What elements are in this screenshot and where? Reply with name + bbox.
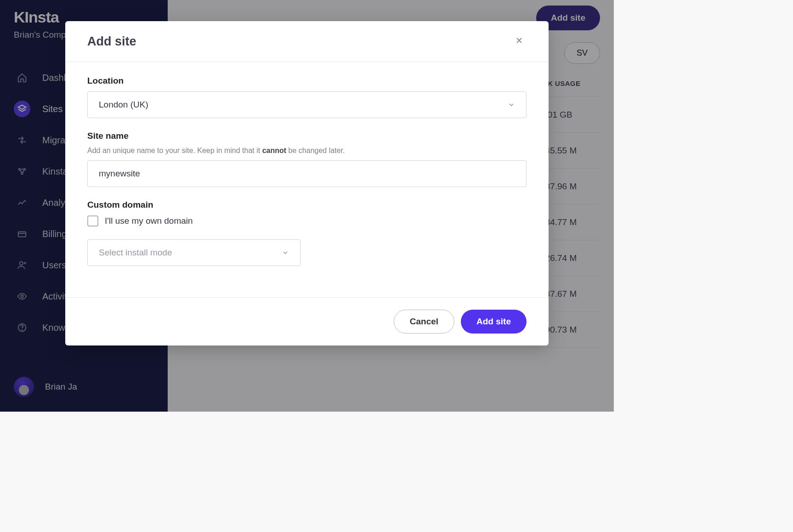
modal-header: Add site (65, 21, 549, 62)
site-name-field: Site name Add an unique name to your sit… (87, 131, 527, 187)
site-name-input[interactable] (87, 160, 527, 187)
location-select[interactable]: London (UK) (87, 91, 527, 118)
own-domain-checkbox-label: I'll use my own domain (105, 216, 193, 226)
install-mode-placeholder: Select install mode (99, 248, 172, 258)
modal-title: Add site (87, 34, 136, 49)
install-mode-field: Select install mode (87, 239, 527, 266)
custom-domain-label: Custom domain (87, 200, 527, 210)
chevron-down-icon (282, 249, 289, 256)
install-mode-select[interactable]: Select install mode (87, 239, 300, 266)
close-button[interactable] (512, 34, 527, 49)
close-icon (515, 36, 524, 45)
location-selected-value: London (UK) (99, 100, 148, 110)
cancel-button[interactable]: Cancel (394, 310, 454, 334)
modal-overlay: Add site Location London (UK) Site name … (0, 0, 614, 412)
location-label: Location (87, 76, 527, 86)
modal-body: Location London (UK) Site name Add an un… (65, 62, 549, 297)
submit-add-site-button[interactable]: Add site (461, 310, 527, 334)
site-name-label: Site name (87, 131, 527, 141)
own-domain-checkbox[interactable] (87, 215, 98, 226)
custom-domain-field: Custom domain I'll use my own domain (87, 200, 527, 226)
modal-footer: Cancel Add site (65, 297, 549, 345)
chevron-down-icon (508, 101, 515, 108)
location-field: Location London (UK) (87, 76, 527, 118)
site-name-help: Add an unique name to your site. Keep in… (87, 147, 527, 155)
own-domain-checkbox-row[interactable]: I'll use my own domain (87, 215, 527, 226)
add-site-modal: Add site Location London (UK) Site name … (65, 21, 549, 345)
